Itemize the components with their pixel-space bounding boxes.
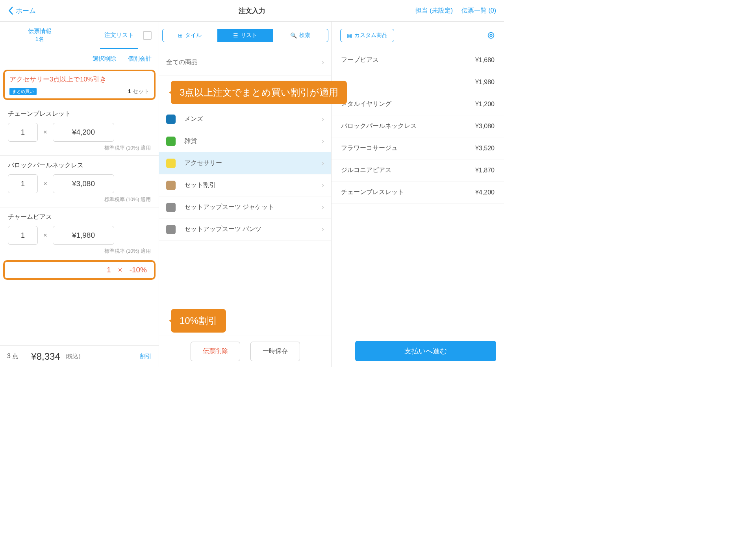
chevron-right-icon: › bbox=[322, 115, 324, 123]
note-icon[interactable] bbox=[143, 31, 152, 40]
category-row[interactable]: セット割引› bbox=[159, 174, 331, 196]
list-icon: ☰ bbox=[233, 32, 238, 39]
discount-mult: × bbox=[118, 266, 122, 274]
delete-selection-link[interactable]: 選択削除 bbox=[93, 55, 116, 63]
gear-icon[interactable] bbox=[487, 31, 495, 40]
chevron-right-icon: › bbox=[322, 58, 324, 67]
order-item[interactable]: チェーンブレスレット1×¥4,200標準税率 (10%) 適用 bbox=[0, 104, 159, 155]
product-price: ¥3,520 bbox=[475, 145, 495, 152]
back-button[interactable]: ホーム bbox=[8, 6, 36, 15]
search-icon: 🔍 bbox=[290, 32, 297, 39]
footer-discount[interactable]: 割引 bbox=[140, 353, 152, 360]
qty-input[interactable]: 1 bbox=[8, 123, 38, 142]
tab-order-label: 注文リスト bbox=[104, 31, 134, 39]
bundle-title: アクセサリー3点以上で10%引き bbox=[9, 75, 149, 84]
color-swatch bbox=[166, 137, 176, 146]
item-name: バロックパールネックレス bbox=[8, 161, 151, 170]
product-row[interactable]: ¥1,980 bbox=[332, 71, 504, 93]
category-row[interactable]: セットアップスーツ ジャケット› bbox=[159, 196, 331, 218]
mult-sign: × bbox=[43, 231, 47, 239]
custom-product-button[interactable]: ▦ カスタム商品 bbox=[340, 29, 394, 42]
footer-qty: 3 点 bbox=[7, 352, 19, 361]
seg-list[interactable]: ☰リスト bbox=[218, 29, 273, 42]
color-swatch bbox=[166, 181, 176, 190]
category-label: セットアップスーツ パンツ bbox=[184, 225, 261, 233]
product-name: フープピアス bbox=[341, 56, 379, 64]
annotation-bottom: 10%割引 bbox=[171, 309, 226, 333]
mult-sign: × bbox=[43, 128, 47, 136]
product-name: フラワーコサージュ bbox=[341, 144, 398, 152]
product-row[interactable]: ジルコニアピアス¥1,870 bbox=[332, 159, 504, 181]
product-row[interactable]: メタルイヤリング¥1,200 bbox=[332, 93, 504, 115]
annotation-top: 3点以上注文でまとめ買い割引が適用 bbox=[171, 81, 347, 104]
tax-note: 標準税率 (10%) 適用 bbox=[8, 196, 151, 203]
product-price: ¥1,200 bbox=[475, 101, 495, 108]
product-row[interactable]: フラワーコサージュ¥3,520 bbox=[332, 137, 504, 159]
category-row[interactable]: メンズ› bbox=[159, 108, 331, 130]
tab-slip-sub: 1名 bbox=[35, 36, 44, 43]
page-title: 注文入力 bbox=[239, 6, 265, 15]
slips-link[interactable]: 伝票一覧 (0) bbox=[461, 7, 496, 15]
tab-slip-label: 伝票情報 bbox=[28, 28, 52, 35]
category-row[interactable]: セットアップスーツ パンツ› bbox=[159, 218, 331, 240]
chevron-right-icon: › bbox=[322, 203, 324, 211]
product-row[interactable]: バロックパールネックレス¥3,080 bbox=[332, 115, 504, 137]
custom-label: カスタム商品 bbox=[354, 32, 387, 39]
item-name: チャームピアス bbox=[8, 213, 151, 221]
split-bill-link[interactable]: 個別会計 bbox=[128, 55, 152, 63]
product-name: ジルコニアピアス bbox=[341, 166, 391, 174]
price-input[interactable]: ¥1,980 bbox=[53, 226, 114, 245]
delete-slip-button[interactable]: 伝票削除 bbox=[191, 342, 240, 361]
footer-taxin: (税込) bbox=[66, 353, 80, 360]
color-swatch bbox=[166, 159, 176, 168]
seg-tile[interactable]: ⊞タイル bbox=[163, 29, 218, 42]
product-row[interactable]: チェーンブレスレット¥4,200 bbox=[332, 181, 504, 203]
seg-search[interactable]: 🔍検索 bbox=[273, 29, 328, 42]
chevron-right-icon: › bbox=[322, 137, 324, 145]
color-swatch bbox=[166, 203, 176, 212]
product-price: ¥1,870 bbox=[475, 167, 495, 174]
category-row[interactable]: 雑貨› bbox=[159, 130, 331, 152]
chevron-right-icon: › bbox=[322, 225, 324, 233]
color-swatch bbox=[166, 115, 176, 124]
svg-point-1 bbox=[490, 34, 492, 37]
chevron-left-icon bbox=[8, 6, 13, 15]
mult-sign: × bbox=[43, 180, 47, 188]
discount-qty: 1 bbox=[107, 266, 111, 274]
category-label: セット割引 bbox=[184, 181, 216, 189]
price-input[interactable]: ¥4,200 bbox=[53, 123, 114, 142]
color-swatch bbox=[166, 225, 176, 234]
category-row[interactable]: アクセサリー› bbox=[159, 152, 331, 174]
category-label: メンズ bbox=[184, 115, 203, 123]
category-all[interactable]: 全ての商品 › bbox=[159, 49, 331, 76]
product-row[interactable]: フープピアス¥1,680 bbox=[332, 49, 504, 71]
bundle-set: 1 セット bbox=[128, 88, 149, 95]
tile-icon: ⊞ bbox=[178, 32, 183, 39]
tab-slip-info[interactable]: 伝票情報 1名 bbox=[0, 22, 80, 49]
view-segment: ⊞タイル ☰リスト 🔍検索 bbox=[162, 29, 328, 42]
footer-total: ¥8,334 bbox=[31, 351, 60, 362]
proceed-payment-button[interactable]: 支払いへ進む bbox=[355, 341, 496, 361]
category-label: セットアップスーツ ジャケット bbox=[184, 203, 274, 211]
tax-note: 標準税率 (10%) 適用 bbox=[8, 248, 151, 255]
svg-point-0 bbox=[488, 32, 494, 38]
item-name: チェーンブレスレット bbox=[8, 110, 151, 118]
order-list: アクセサリー3点以上で10%引き まとめ買い 1 セット チェーンブレスレット1… bbox=[0, 68, 159, 345]
product-price: ¥1,980 bbox=[475, 79, 495, 86]
qty-input[interactable]: 1 bbox=[8, 226, 38, 245]
price-input[interactable]: ¥3,080 bbox=[53, 174, 114, 193]
order-item[interactable]: バロックパールネックレス1×¥3,080標準税率 (10%) 適用 bbox=[0, 155, 159, 207]
back-label: ホーム bbox=[16, 6, 36, 15]
bundle-tag: まとめ買い bbox=[9, 88, 37, 95]
chevron-right-icon: › bbox=[322, 181, 324, 189]
discount-row[interactable]: 1 × -10% bbox=[3, 260, 156, 280]
staff-link[interactable]: 担当 (未設定) bbox=[415, 7, 453, 15]
category-all-label: 全ての商品 bbox=[166, 58, 198, 67]
chevron-right-icon: › bbox=[322, 159, 324, 167]
product-price: ¥4,200 bbox=[475, 189, 495, 196]
product-name: メタルイヤリング bbox=[341, 100, 391, 108]
order-item[interactable]: チャームピアス1×¥1,980標準税率 (10%) 適用 bbox=[0, 207, 159, 259]
qty-input[interactable]: 1 bbox=[8, 174, 38, 193]
save-draft-button[interactable]: 一時保存 bbox=[250, 342, 300, 361]
bundle-item[interactable]: アクセサリー3点以上で10%引き まとめ買い 1 セット bbox=[3, 70, 156, 100]
